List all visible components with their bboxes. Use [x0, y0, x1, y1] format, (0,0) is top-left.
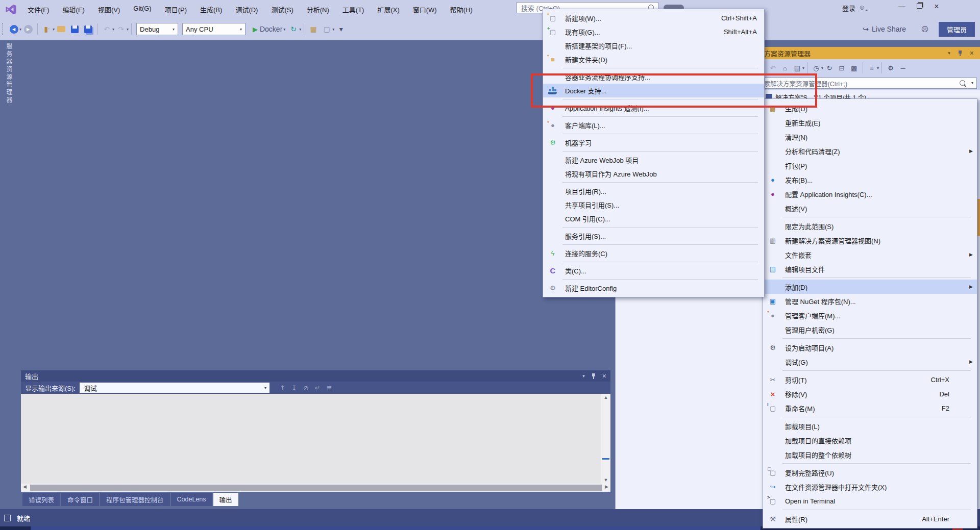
menubar-item-11[interactable]: 扩展(X): [371, 3, 406, 16]
menu-item-rename[interactable]: ▢I重命名(M)F2: [763, 401, 977, 415]
menubar-item-12[interactable]: 窗口(W): [406, 3, 444, 16]
menu-item-open-in-terminal[interactable]: ▢>_Open in Terminal: [763, 494, 977, 508]
navigate-back-button[interactable]: ◀: [9, 24, 19, 34]
prev-message-icon[interactable]: ↥: [280, 384, 285, 392]
menubar-item-6[interactable]: 生成(B): [193, 3, 229, 16]
sign-in-link[interactable]: 登录: [842, 3, 855, 13]
menu-item-set-as-startup-project[interactable]: ⚙设为启动项目(A): [763, 340, 977, 355]
menubar-item-4[interactable]: Git(G): [127, 3, 158, 16]
output-window-position-icon[interactable]: ▾: [582, 373, 585, 378]
panel-tab-3[interactable]: 程序包管理器控制台: [100, 493, 170, 506]
menu-item-copy-full-path[interactable]: ▢▢复制完整路径(U): [763, 465, 977, 479]
new-project-dropdown-icon[interactable]: ▾: [53, 27, 55, 32]
pin-icon[interactable]: [958, 50, 963, 56]
menu-item-load-entire-dependency-tree[interactable]: 加载项目的整个依赖树: [763, 447, 977, 462]
save-all-button[interactable]: [83, 24, 93, 34]
close-panel-icon[interactable]: ×: [970, 49, 974, 57]
menu-item-new-solution-explorer-view[interactable]: ▥新建解决方案资源管理器视图(N): [763, 233, 977, 247]
refresh-icon[interactable]: ↻: [824, 63, 835, 73]
menu-item-new-scaffolded-item[interactable]: 新搭建基架的项目(F)...: [543, 39, 764, 53]
menu-item-add[interactable]: 添加(D)▶: [763, 280, 977, 294]
switch-views-icon[interactable]: ▤: [792, 63, 802, 73]
background-tasks-icon[interactable]: [4, 515, 11, 521]
menu-item-new-azure-webjob-project[interactable]: 新建 Azure WebJob 项目: [543, 153, 764, 167]
output-close-icon[interactable]: ×: [602, 372, 606, 380]
minimize-button[interactable]: —: [893, 2, 911, 11]
menubar-item-10[interactable]: 工具(T): [336, 3, 371, 16]
menubar-item-3[interactable]: 视图(V): [91, 3, 127, 16]
output-content[interactable]: [21, 394, 601, 484]
menu-item-class[interactable]: C类(C)...: [543, 264, 764, 277]
output-pin-icon[interactable]: [591, 373, 596, 379]
menu-item-load-direct-dependencies[interactable]: 加载项目的直接依赖项: [763, 433, 977, 447]
menubar-item-8[interactable]: 测试(S): [264, 3, 300, 16]
word-wrap-icon[interactable]: ↵: [315, 384, 321, 392]
scroll-right-icon[interactable]: ▶: [605, 484, 608, 489]
scrollbar-thumb[interactable]: [30, 485, 602, 491]
menu-item-manage-nuget-packages[interactable]: ▣管理 NuGet 程序包(N)...: [763, 294, 977, 308]
menu-item-clean[interactable]: 清理(N): [763, 130, 977, 144]
menu-item-rebuild[interactable]: 重新生成(E): [763, 115, 977, 130]
menu-item-debug[interactable]: 调试(G)▶: [763, 355, 977, 369]
close-button[interactable]: ×: [928, 2, 945, 11]
output-horizontal-scrollbar[interactable]: ◀ ▶: [21, 484, 610, 492]
output-panel-titlebar[interactable]: 输出 ▾ ×: [21, 370, 610, 382]
collapse-all-icon[interactable]: ⊟: [837, 63, 847, 73]
maximize-button[interactable]: [911, 2, 928, 11]
panel-tab-4[interactable]: CodeLens: [171, 493, 212, 506]
window-position-icon[interactable]: ▾: [948, 51, 950, 56]
menubar-item-9[interactable]: 分析(N): [300, 3, 336, 16]
feedback-icon[interactable]: ☹: [920, 24, 930, 34]
menu-item-client-library[interactable]: ●▪客户端库(L)...: [543, 118, 764, 132]
menubar-item-7[interactable]: 调试(D): [229, 3, 264, 16]
menu-item-machine-learning[interactable]: ⚙机器学习: [543, 136, 764, 149]
menu-item-configure-app-insights[interactable]: ●配置 Application Insights(C)...: [763, 187, 977, 201]
screenshot-icon[interactable]: ▢: [322, 24, 332, 34]
menu-item-existing-project-as-azure-webjob[interactable]: 将现有项目作为 Azure WebJob: [543, 167, 764, 181]
home-icon[interactable]: ⌂: [780, 63, 790, 73]
start-debugging-button[interactable]: ▶ Docker ▾: [253, 24, 285, 34]
menu-item-existing-item[interactable]: ▢+现有项(G)...Shift+Alt+A: [543, 25, 764, 39]
scroll-up-icon[interactable]: ▲: [601, 395, 610, 400]
panel-tab-1[interactable]: 错误列表: [22, 493, 60, 506]
menu-item-shared-project-reference[interactable]: 共享项目引用(S)...: [543, 198, 764, 212]
pending-changes-filter-icon[interactable]: ◷: [811, 63, 821, 73]
menubar-item-1[interactable]: 文件(F): [21, 3, 56, 16]
menu-item-new-item[interactable]: ▢*新建项(W)...Ctrl+Shift+A: [543, 11, 764, 25]
navigate-back-dropdown-icon[interactable]: ▾: [19, 27, 21, 32]
menu-item-new-folder[interactable]: ■*新建文件夹(D): [543, 53, 764, 66]
toolbar-overflow-icon[interactable]: ▾: [336, 24, 346, 34]
menu-item-remove[interactable]: ×移除(V)Del: [763, 387, 977, 401]
toolbar-drag-handle[interactable]: [2, 23, 5, 35]
menu-item-properties[interactable]: ⚒属性(R)Alt+Enter: [763, 512, 977, 526]
panel-tab-5[interactable]: 输出: [213, 493, 238, 506]
clear-all-icon[interactable]: ⊘: [303, 384, 309, 392]
menu-item-pack[interactable]: 打包(P): [763, 158, 977, 172]
menu-item-new-editorconfig[interactable]: ⚙新建 EditorConfig: [543, 281, 764, 295]
navigate-forward-button[interactable]: ▶: [23, 24, 33, 34]
open-file-button[interactable]: [56, 24, 66, 34]
menu-item-edit-project-file[interactable]: ▤编辑项目文件: [763, 262, 977, 276]
menu-item-manage-client-libraries[interactable]: ●▪管理客户端库(M)...: [763, 308, 977, 322]
performance-icon[interactable]: ▦: [308, 24, 318, 34]
menu-item-manage-user-secrets[interactable]: 管理用户机密(G): [763, 322, 977, 337]
sidebar-tab-server-explorer[interactable]: 服务器资源管理器: [2, 43, 13, 104]
new-project-button[interactable]: ▮*: [42, 24, 52, 34]
menu-item-service-reference[interactable]: 服务引用(S)...: [543, 229, 764, 243]
scroll-down-icon[interactable]: ▼: [601, 477, 610, 483]
show-all-files-icon[interactable]: ▩: [849, 63, 859, 73]
filter-icon[interactable]: ≡: [867, 63, 877, 73]
scroll-left-icon[interactable]: ◀: [23, 484, 27, 489]
panel-tab-2[interactable]: 命令窗口: [61, 493, 99, 506]
platform-select[interactable]: Any CPU▾: [182, 23, 246, 35]
menu-item-scope-to-this[interactable]: 限定为此范围(S): [763, 219, 977, 233]
menu-item-publish[interactable]: ●↑发布(B)...: [763, 172, 977, 187]
menubar-item-2[interactable]: 编辑(E): [56, 3, 91, 16]
menubar-item-5[interactable]: 项目(P): [158, 3, 193, 16]
next-message-icon[interactable]: ↧: [291, 384, 297, 392]
menu-item-connected-service[interactable]: ϟ连接的服务(C): [543, 246, 764, 260]
hot-reload-button[interactable]: ↻: [288, 24, 299, 34]
redo-button[interactable]: ↷: [116, 24, 126, 34]
menu-item-com-reference[interactable]: COM 引用(C)...: [543, 212, 764, 225]
output-vertical-scrollbar[interactable]: ▲ ▼: [601, 394, 610, 484]
